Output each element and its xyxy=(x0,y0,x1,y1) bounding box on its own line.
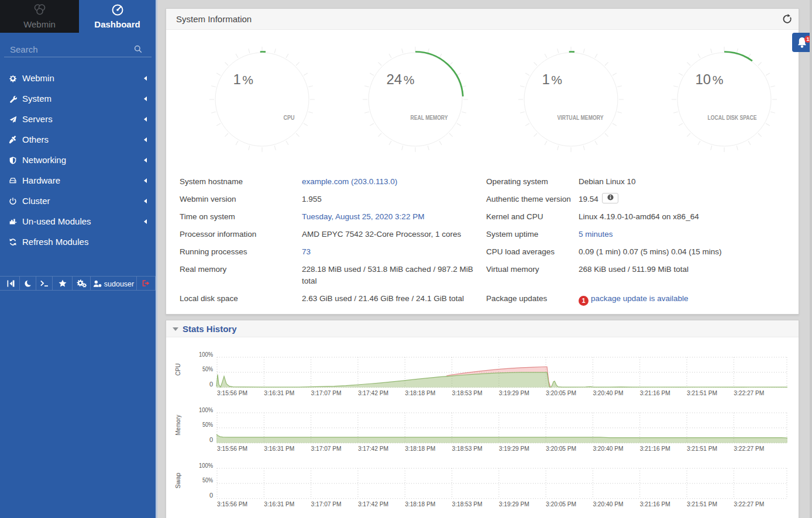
svg-text:Memory: Memory xyxy=(174,415,181,435)
svg-text:3:19:29 PM: 3:19:29 PM xyxy=(499,445,529,452)
svg-text:3:22:27 PM: 3:22:27 PM xyxy=(734,500,764,507)
svg-text:3:21:51 PM: 3:21:51 PM xyxy=(687,445,717,452)
svg-text:CPU: CPU xyxy=(174,364,181,376)
svg-text:VIRTUAL MEMORY: VIRTUAL MEMORY xyxy=(558,115,604,121)
svg-text:0: 0 xyxy=(209,436,213,443)
svg-text:3:20:05 PM: 3:20:05 PM xyxy=(546,445,576,452)
svg-text:Swap: Swap xyxy=(174,473,181,489)
svg-text:3:17:07 PM: 3:17:07 PM xyxy=(311,389,342,396)
svg-text:100%: 100% xyxy=(199,406,213,413)
svg-text:3:15:56 PM: 3:15:56 PM xyxy=(217,445,247,452)
svg-text:1%: 1% xyxy=(233,71,254,87)
svg-text:3:21:51 PM: 3:21:51 PM xyxy=(687,389,717,396)
svg-text:100%: 100% xyxy=(199,462,213,469)
svg-text:0: 0 xyxy=(209,381,213,388)
svg-text:CPU: CPU xyxy=(284,115,295,121)
svg-text:3:21:16 PM: 3:21:16 PM xyxy=(640,445,670,452)
svg-text:3:22:27 PM: 3:22:27 PM xyxy=(734,389,764,396)
svg-text:3:18:53 PM: 3:18:53 PM xyxy=(452,445,483,452)
svg-text:3:20:05 PM: 3:20:05 PM xyxy=(546,389,576,396)
svg-text:3:20:40 PM: 3:20:40 PM xyxy=(593,445,623,452)
svg-text:3:21:16 PM: 3:21:16 PM xyxy=(640,389,670,396)
svg-text:3:18:18 PM: 3:18:18 PM xyxy=(405,445,435,452)
svg-text:3:21:16 PM: 3:21:16 PM xyxy=(640,500,670,507)
svg-text:3:15:56 PM: 3:15:56 PM xyxy=(217,500,247,507)
svg-text:3:18:53 PM: 3:18:53 PM xyxy=(452,500,483,507)
svg-text:3:20:05 PM: 3:20:05 PM xyxy=(546,500,576,507)
svg-text:1%: 1% xyxy=(542,71,563,87)
svg-text:3:16:31 PM: 3:16:31 PM xyxy=(264,445,294,452)
svg-text:10%: 10% xyxy=(696,71,724,87)
svg-text:3:22:27 PM: 3:22:27 PM xyxy=(734,445,764,452)
svg-text:REAL MEMORY: REAL MEMORY xyxy=(411,115,448,121)
svg-text:3:17:42 PM: 3:17:42 PM xyxy=(358,500,388,507)
svg-text:0: 0 xyxy=(209,492,213,499)
svg-text:3:15:56 PM: 3:15:56 PM xyxy=(217,389,247,396)
svg-text:3:20:40 PM: 3:20:40 PM xyxy=(593,500,623,507)
svg-text:50%: 50% xyxy=(202,421,213,428)
svg-text:3:19:29 PM: 3:19:29 PM xyxy=(499,500,529,507)
svg-text:3:17:42 PM: 3:17:42 PM xyxy=(358,389,388,396)
svg-text:3:17:42 PM: 3:17:42 PM xyxy=(358,445,388,452)
svg-text:3:17:07 PM: 3:17:07 PM xyxy=(311,445,342,452)
svg-text:LOCAL DISK SPACE: LOCAL DISK SPACE xyxy=(708,115,757,121)
svg-text:3:21:51 PM: 3:21:51 PM xyxy=(687,500,717,507)
svg-text:3:18:18 PM: 3:18:18 PM xyxy=(405,500,435,507)
svg-text:3:18:53 PM: 3:18:53 PM xyxy=(452,389,483,396)
svg-text:50%: 50% xyxy=(202,365,213,372)
svg-text:3:16:31 PM: 3:16:31 PM xyxy=(264,389,294,396)
svg-text:3:17:07 PM: 3:17:07 PM xyxy=(311,500,342,507)
svg-text:3:18:18 PM: 3:18:18 PM xyxy=(405,389,435,396)
svg-text:3:20:40 PM: 3:20:40 PM xyxy=(593,389,623,396)
svg-text:3:19:29 PM: 3:19:29 PM xyxy=(499,389,529,396)
svg-text:3:16:31 PM: 3:16:31 PM xyxy=(264,500,294,507)
svg-text:24%: 24% xyxy=(387,71,415,87)
svg-text:100%: 100% xyxy=(199,351,213,358)
svg-text:50%: 50% xyxy=(202,476,213,484)
